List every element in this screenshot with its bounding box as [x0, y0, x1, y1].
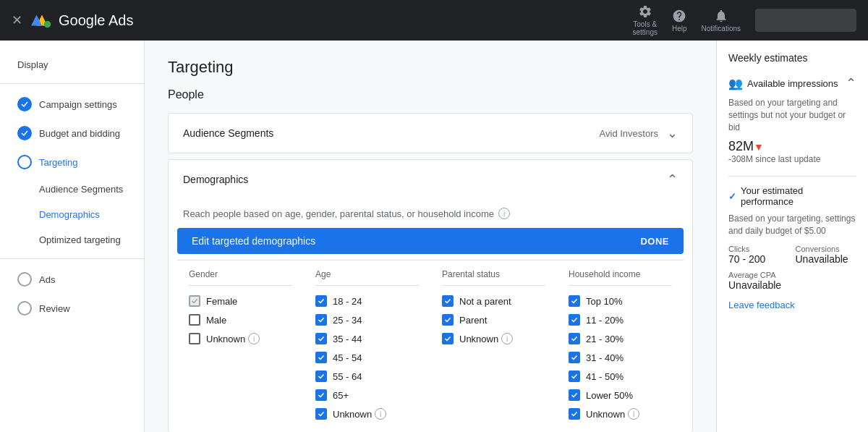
- check-icon: [571, 316, 578, 323]
- not-a-parent-row[interactable]: Not a parent: [442, 292, 545, 310]
- income-unknown-checkbox[interactable]: [569, 408, 580, 420]
- edit-bar: Edit targeted demographics DONE: [177, 228, 684, 254]
- income-unknown-info-icon[interactable]: i: [628, 408, 639, 420]
- age-45-54-checkbox[interactable]: [315, 352, 327, 363]
- check-icon: [571, 373, 578, 380]
- 31-40-row[interactable]: 31 - 40%: [569, 348, 672, 367]
- not-a-parent-checkbox[interactable]: [442, 295, 454, 307]
- optimized-targeting-label: Optimized targeting: [39, 234, 121, 245]
- audience-segments-label: Audience Segments: [39, 184, 123, 195]
- lower-50-row[interactable]: Lower 50%: [569, 386, 672, 405]
- 41-50-row[interactable]: 41 - 50%: [569, 367, 672, 386]
- age-35-44-row[interactable]: 35 - 44: [315, 329, 419, 348]
- age-55-64-checkbox[interactable]: [315, 370, 327, 382]
- check-icon: [318, 373, 325, 380]
- demographics-info-icon[interactable]: i: [498, 208, 510, 219]
- audience-segments-value: Avid Investors: [600, 128, 658, 139]
- gender-unknown-info-icon[interactable]: i: [248, 333, 260, 344]
- 21-30-checkbox[interactable]: [569, 333, 580, 344]
- 11-20-row[interactable]: 11 - 20%: [569, 310, 672, 329]
- age-unknown-row[interactable]: Unknown i: [315, 405, 419, 423]
- google-ads-logo-icon: [31, 9, 53, 31]
- performance-check-icon: ✓: [728, 191, 736, 202]
- audience-segments-title: Audience Segments: [183, 127, 273, 139]
- sidebar-item-campaign-settings[interactable]: Campaign settings: [0, 90, 144, 119]
- age-35-44-checkbox[interactable]: [315, 333, 327, 344]
- age-25-34-row[interactable]: 25 - 34: [315, 310, 419, 329]
- demographics-description: Reach people based on age, gender, paren…: [169, 199, 692, 222]
- sidebar-item-demographics[interactable]: Demographics: [0, 202, 144, 227]
- 41-50-checkbox[interactable]: [569, 370, 580, 382]
- targeting-label: Targeting: [39, 157, 77, 168]
- help-button[interactable]: Help: [672, 9, 687, 33]
- sidebar-item-targeting[interactable]: Targeting: [0, 148, 144, 177]
- male-checkbox[interactable]: [189, 314, 200, 326]
- age-18-24-row[interactable]: 18 - 24: [315, 292, 419, 310]
- gender-male-row[interactable]: Male: [189, 310, 292, 329]
- demographics-label: Demographics: [39, 209, 100, 220]
- age-25-34-checkbox[interactable]: [315, 314, 327, 326]
- check-icon: [571, 391, 578, 399]
- check-icon: [318, 354, 325, 361]
- age-unknown-checkbox[interactable]: [315, 408, 327, 420]
- conversions-label: Conversions: [796, 245, 857, 253]
- parental-unknown-row[interactable]: Unknown i: [442, 329, 545, 348]
- top-10-row[interactable]: Top 10%: [569, 292, 672, 310]
- 11-20-checkbox[interactable]: [569, 314, 580, 326]
- targeting-circle-icon: [17, 155, 32, 169]
- 31-40-checkbox[interactable]: [569, 352, 580, 363]
- lower-50-label: Lower 50%: [586, 390, 633, 401]
- done-button[interactable]: DONE: [640, 236, 669, 247]
- sidebar-item-optimized-targeting[interactable]: Optimized targeting: [0, 227, 144, 253]
- age-65plus-checkbox[interactable]: [315, 389, 327, 401]
- gender-unknown-row[interactable]: Unknown i: [189, 329, 292, 348]
- sidebar-item-budget-bidding[interactable]: Budget and bidding: [0, 119, 144, 148]
- female-checkbox[interactable]: [189, 295, 200, 307]
- impressions-change: -308M since last update: [728, 154, 856, 164]
- sidebar-item-display[interactable]: Display: [0, 52, 144, 77]
- age-65plus-row[interactable]: 65+: [315, 386, 419, 405]
- gender-female-row[interactable]: Female: [189, 292, 292, 310]
- check-icon: [318, 297, 325, 305]
- demographics-desc-text: Reach people based on age, gender, paren…: [183, 208, 494, 219]
- income-unknown-row[interactable]: Unknown i: [569, 405, 672, 423]
- search-box[interactable]: [755, 9, 856, 32]
- check-icon: [318, 335, 325, 342]
- parental-status-column: Parental status Not a parent Parent Unkn…: [430, 261, 557, 432]
- audience-segments-header[interactable]: Audience Segments Avid Investors ⌄: [169, 114, 692, 153]
- age-column: Age 18 - 24 25 - 34 35 - 44: [304, 261, 430, 432]
- demographics-header[interactable]: Demographics ⌃: [169, 160, 692, 199]
- age-45-54-label: 45 - 54: [333, 352, 362, 363]
- gender-unknown-checkbox[interactable]: [189, 333, 200, 344]
- sidebar-item-ads[interactable]: Ads: [0, 265, 144, 294]
- tools-settings-button[interactable]: Tools & settings: [632, 4, 657, 36]
- parental-unknown-info-icon[interactable]: i: [501, 333, 513, 344]
- parent-checkbox[interactable]: [442, 314, 454, 326]
- demographics-title: Demographics: [183, 174, 248, 185]
- age-45-54-row[interactable]: 45 - 54: [315, 348, 419, 367]
- parental-unknown-checkbox[interactable]: [442, 333, 454, 344]
- age-55-64-row[interactable]: 55 - 64: [315, 367, 419, 386]
- age-unknown-info-icon[interactable]: i: [375, 408, 386, 420]
- weekly-estimates-title: Weekly estimates: [728, 52, 856, 64]
- age-18-24-checkbox[interactable]: [315, 295, 327, 307]
- notifications-button[interactable]: Notifications: [702, 9, 741, 33]
- check-icon: [444, 316, 451, 323]
- checkmark-icon: [191, 297, 198, 305]
- close-button[interactable]: ✕: [12, 12, 22, 28]
- leave-feedback-link[interactable]: Leave feedback: [728, 300, 795, 310]
- age-unknown-label: Unknown i: [333, 408, 386, 420]
- topbar: ✕ Google Ads Tools & settings Help Notif…: [0, 0, 868, 41]
- collapse-icon[interactable]: ⌃: [846, 75, 856, 91]
- top-10-checkbox[interactable]: [569, 295, 580, 307]
- age-18-24-label: 18 - 24: [333, 296, 362, 307]
- budget-bidding-check-icon: [17, 126, 32, 140]
- parent-row[interactable]: Parent: [442, 310, 545, 329]
- help-label: Help: [672, 25, 687, 33]
- display-label: Display: [17, 59, 48, 70]
- sidebar-item-audience-segments[interactable]: Audience Segments: [0, 177, 144, 202]
- lower-50-checkbox[interactable]: [569, 389, 580, 401]
- check-icon: [444, 335, 451, 342]
- sidebar-item-review[interactable]: Review: [0, 294, 144, 323]
- 21-30-row[interactable]: 21 - 30%: [569, 329, 672, 348]
